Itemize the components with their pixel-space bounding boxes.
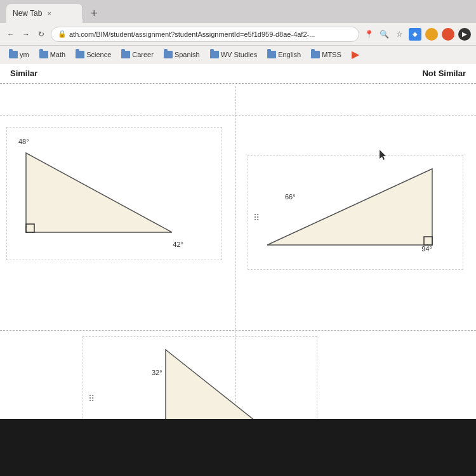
address-text: ath.com/BIM/student/assignment?studentAs…	[69, 30, 315, 38]
triangle-box-3: ⠿ 32° 52°	[83, 336, 317, 419]
similar-label: Similar	[10, 69, 37, 78]
bookmark-wv-studies[interactable]: WV Studies	[206, 50, 261, 60]
folder-icon	[164, 51, 173, 58]
angle-66: 66°	[285, 193, 296, 201]
new-tab-button[interactable]: +	[86, 7, 103, 20]
bookmark-label: WV Studies	[221, 51, 257, 58]
forward-button[interactable]: →	[20, 29, 32, 40]
location-icon[interactable]: 📍	[363, 29, 374, 40]
address-input[interactable]: 🔒 ath.com/BIM/student/assignment?student…	[51, 27, 359, 42]
svg-marker-0	[26, 153, 172, 232]
lock-icon: 🔒	[58, 30, 67, 38]
folder-icon	[121, 51, 130, 58]
folder-icon	[39, 51, 48, 58]
angle-42: 42°	[173, 241, 183, 248]
arrow-icon: ▶	[352, 48, 359, 60]
tab-close-button[interactable]: ×	[47, 10, 51, 17]
search-icon[interactable]: 🔍	[378, 29, 390, 40]
triangle-svg-3	[89, 337, 305, 419]
tab-divider	[83, 6, 83, 19]
horizontal-divider	[0, 330, 476, 331]
bookmark-label: Career	[132, 51, 154, 58]
triangle-box-2: ⠿ 66° 94°	[248, 155, 463, 270]
browser-tab[interactable]: New Tab ×	[6, 4, 83, 23]
reload-button[interactable]: ↻	[36, 29, 47, 40]
content-area: Similar Not Similar 48° 42° ⠿ 66°	[0, 63, 476, 419]
back-button[interactable]: ←	[5, 29, 17, 40]
bookmark-label: Science	[86, 51, 111, 58]
folder-icon	[267, 51, 276, 58]
extension-icon-3[interactable]	[442, 28, 454, 41]
category-header: Similar Not Similar	[0, 63, 476, 84]
bookmark-label: ym	[20, 51, 29, 58]
bookmark-star-icon[interactable]: ☆	[393, 29, 405, 40]
folder-icon	[210, 51, 219, 58]
profile-button[interactable]: ▶	[458, 28, 471, 41]
bookmark-math[interactable]: Math	[36, 50, 69, 60]
extension-icon-1[interactable]: ◆	[409, 28, 421, 41]
svg-marker-4	[166, 350, 274, 419]
bookmark-mtss[interactable]: MTSS	[307, 50, 345, 60]
bookmark-science[interactable]: Science	[72, 50, 115, 60]
folder-icon	[311, 51, 320, 58]
address-bar: ← → ↻ 🔒 ath.com/BIM/student/assignment?s…	[0, 23, 476, 46]
angle-94: 94°	[421, 245, 432, 253]
bookmark-label: Spanish	[175, 51, 200, 58]
folder-icon	[9, 51, 18, 58]
bookmark-item[interactable]: ym	[5, 50, 33, 60]
bookmark-label: MTSS	[322, 51, 341, 58]
tab-title: New Tab	[13, 9, 42, 18]
angle-32: 32°	[152, 369, 162, 376]
bookmarks-bar: ym Math Science Career Spanish WV Studie…	[0, 46, 476, 63]
bookmark-career[interactable]: Career	[117, 50, 157, 60]
bookmark-label: Math	[50, 51, 65, 58]
bookmark-label: English	[278, 51, 301, 58]
triangle-svg-1	[7, 128, 210, 248]
extension-icon-2[interactable]	[425, 28, 438, 41]
not-similar-label: Not Similar	[422, 69, 466, 78]
drop-zone-row[interactable]	[0, 84, 476, 116]
triangle-box-1: 48° 42°	[6, 127, 222, 260]
folder-icon	[76, 51, 84, 58]
bookmark-spanish[interactable]: Spanish	[160, 50, 204, 60]
svg-marker-2	[267, 169, 432, 245]
bookmark-english[interactable]: English	[263, 50, 305, 60]
bookmark-arrow[interactable]: ▶	[348, 47, 363, 62]
browser-chrome: New Tab × + ← → ↻ 🔒 ath.com/BIM/student/…	[0, 0, 476, 63]
tab-bar: New Tab × +	[0, 0, 476, 23]
